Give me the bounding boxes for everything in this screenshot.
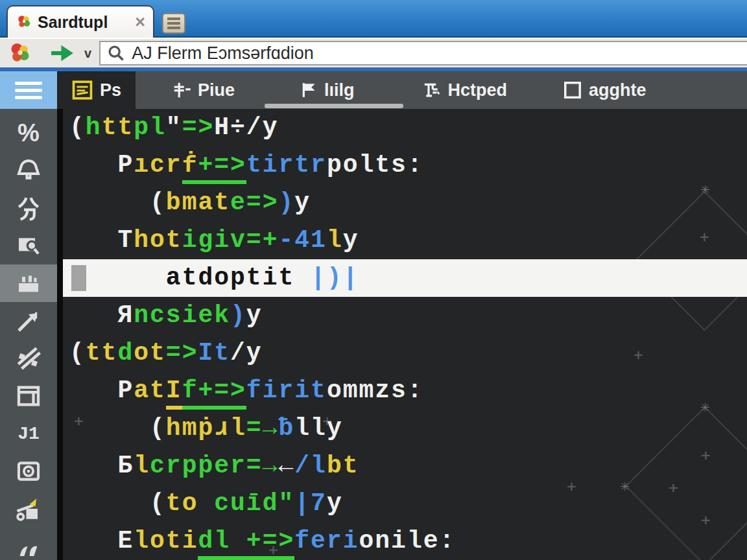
- code-token: y: [343, 226, 359, 255]
- code-token: P: [69, 151, 134, 180]
- sidebar-item-percent[interactable]: %: [0, 114, 57, 152]
- address-input[interactable]: [132, 43, 742, 64]
- stamp-icon: [422, 80, 442, 100]
- checkbox-icon: [563, 80, 582, 100]
- toolbar-tab-ps[interactable]: Ps: [57, 71, 136, 109]
- code-line[interactable]: (bmate=>)y: [63, 184, 747, 222]
- toolbar-tab-piue[interactable]: Piue: [158, 71, 249, 109]
- code-token: Б: [69, 452, 134, 481]
- code-line[interactable]: (to cuīd"|7y: [63, 485, 747, 522]
- code-token: /y: [230, 339, 263, 368]
- pinwheel-favicon-icon: [16, 14, 32, 30]
- crossed-lines-icon: [15, 345, 42, 372]
- toolbar-tab-label: Piue: [198, 80, 235, 100]
- code-line[interactable]: (ttdot=>It/y: [63, 334, 747, 372]
- gutter-marker: [71, 265, 86, 291]
- code-token: at: [134, 377, 166, 406]
- code-line[interactable]: Яncsiek)y: [63, 297, 747, 334]
- code-token: (: [69, 189, 166, 218]
- search-document-icon: [15, 233, 42, 259]
- active-tab-underline: [265, 104, 403, 108]
- sidebar-item-crossed-lines[interactable]: [0, 340, 57, 377]
- code-token: l: [327, 226, 343, 255]
- code-token: [198, 489, 214, 519]
- tab-close-icon[interactable]: ×: [135, 14, 145, 31]
- code-token: firit: [246, 377, 327, 406]
- code-token: (: [69, 489, 166, 519]
- code-token: /l: [294, 452, 327, 481]
- browser-nav-bar: v: [0, 38, 747, 71]
- sidebar-item-window-layout[interactable]: [0, 377, 57, 415]
- toolbar-tab-label: Hctped: [448, 80, 508, 100]
- green-arrow-icon: [49, 43, 75, 64]
- pinwheel-home-button[interactable]: [8, 41, 32, 65]
- address-bar[interactable]: [99, 41, 747, 65]
- code-token: ƀ: [278, 414, 294, 443]
- code-token: Я: [69, 301, 134, 331]
- code-line[interactable]: Thotigiv=+-41ly: [63, 222, 747, 259]
- sidebar-item-camera[interactable]: [0, 452, 57, 490]
- code-token: =>: [182, 113, 215, 143]
- code-token: (: [69, 414, 166, 443]
- code-line[interactable]: Бlcrpṗer=→←/lbt: [63, 447, 747, 485]
- toolbar-tab-label: Ps: [100, 80, 121, 100]
- browser-tab[interactable]: Saırdtupl ×: [6, 5, 154, 38]
- code-token: ): [278, 189, 294, 218]
- code-token: feri: [294, 527, 359, 556]
- toolbar-tab-label: agghte: [589, 80, 646, 100]
- code-token: bmat: [166, 189, 230, 218]
- sidebar-item-birds[interactable]: [0, 528, 57, 560]
- code-token: e=>: [230, 189, 278, 218]
- menu-button[interactable]: [0, 71, 57, 109]
- editor-toolbar: Ps Piue lıilg Hctped agghte: [0, 71, 747, 109]
- code-token: f+=>: [182, 377, 246, 410]
- forward-button[interactable]: [49, 43, 75, 64]
- sidebar-item-toolbox[interactable]: [0, 264, 57, 302]
- code-token: y: [246, 301, 263, 331]
- toolbar-tab-hctped[interactable]: Hctped: [408, 71, 522, 109]
- code-token: polts:: [327, 151, 423, 180]
- list-icon: [71, 79, 93, 101]
- bell-icon: [16, 158, 42, 183]
- code-token: onile:: [359, 527, 455, 556]
- birds-icon: [15, 533, 42, 559]
- arrow-pen-icon: [16, 308, 42, 334]
- code-token: to: [166, 489, 198, 519]
- code-token: -41: [278, 226, 326, 255]
- code-token: loti: [134, 527, 198, 556]
- code-token: ): [230, 301, 246, 331]
- sidebar-item-j1[interactable]: J1: [0, 415, 57, 452]
- code-token: pl: [134, 113, 166, 143]
- code-line-highlighted[interactable]: atdoptit |)|: [63, 259, 747, 297]
- sidebar-item-han[interactable]: [0, 189, 57, 227]
- code-token: cuīd": [214, 489, 294, 519]
- code-line[interactable]: PatIf+=>firitommzs:: [63, 372, 747, 410]
- code-token: hmṗɹl: [166, 414, 246, 443]
- code-token: d: [117, 339, 134, 368]
- code-token: dl +=>: [198, 527, 294, 560]
- code-line[interactable]: Pıcrḟ+=>tirtrpolts:: [63, 146, 747, 184]
- code-token: T: [69, 226, 134, 255]
- new-tab-button[interactable]: [162, 13, 185, 34]
- code-token: (: [69, 339, 86, 368]
- window-layout-icon: [15, 383, 42, 409]
- code-token: ot: [134, 339, 166, 368]
- han-character-icon: [15, 194, 42, 222]
- code-line[interactable]: (hmṗɹl=→ƀlly: [63, 410, 747, 447]
- sidebar-item-bell[interactable]: [0, 152, 57, 189]
- chevron-down-icon[interactable]: v: [84, 46, 91, 61]
- sidebar-item-search-document[interactable]: [0, 227, 57, 264]
- code-line[interactable]: Elotidl +=>ferionile:: [63, 522, 747, 560]
- magnifier-icon: [107, 44, 125, 62]
- toolbar-tab-agghte[interactable]: agghte: [549, 71, 661, 109]
- code-token: It: [198, 339, 230, 368]
- code-token: P: [69, 377, 134, 406]
- code-token: crpṗer: [150, 452, 246, 481]
- flag-icon: [301, 80, 318, 100]
- code-token: ḟ: [182, 151, 198, 184]
- toolbox-icon: [14, 270, 43, 296]
- camera-icon: [15, 459, 42, 484]
- sidebar-item-arrow-pen[interactable]: [0, 302, 57, 340]
- sidebar-item-pencil-tools[interactable]: [0, 490, 57, 528]
- code-line[interactable]: (httpl"=>H÷/y: [63, 109, 747, 146]
